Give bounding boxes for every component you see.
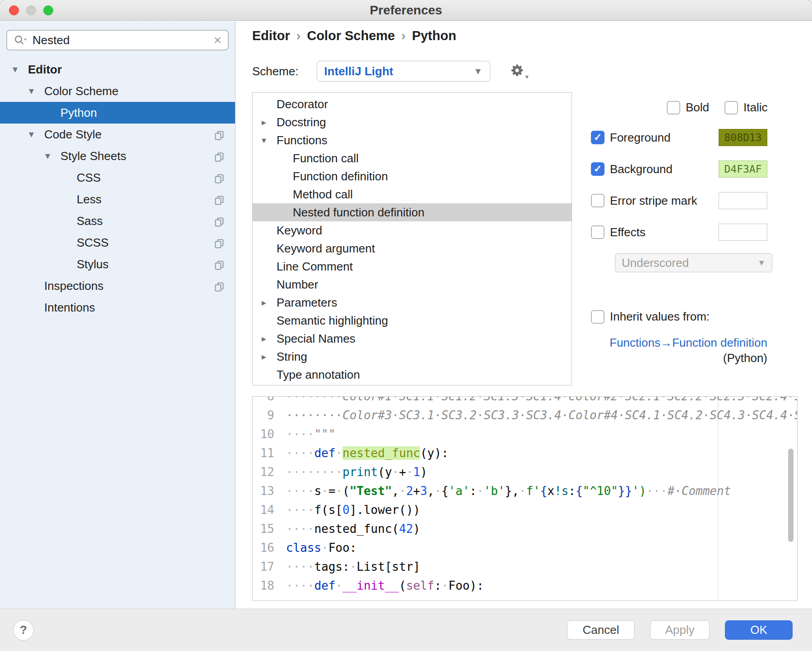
code-text: ········Color#1·SC1.1·SC1.2·SC1.3·SC1.4·… (274, 396, 798, 406)
line-number: 17 (253, 557, 274, 576)
attr-item-nested-function-definition[interactable]: Nested function definition (253, 203, 572, 221)
code-line: 12········print(y·+·1) (253, 463, 797, 481)
error-stripe-mark-label: Error stripe mark (610, 194, 697, 208)
sidebar-item-less[interactable]: Less (0, 188, 235, 210)
code-line: 15····nested_func(42) (253, 519, 797, 538)
attributes-list: Decorator▸Docstring▾FunctionsFunction ca… (252, 92, 572, 385)
zoom-window-icon[interactable] (43, 5, 53, 15)
bold-checkbox[interactable] (667, 101, 680, 115)
settings-search-field[interactable]: × (6, 30, 229, 50)
sidebar-item-style-sheets[interactable]: ▾Style Sheets (0, 145, 235, 167)
sidebar-item-stylus[interactable]: Stylus (0, 253, 235, 275)
effects-color-swatch[interactable] (719, 224, 767, 241)
sidebar-item-label: Less (77, 193, 102, 206)
code-text: ········Color#3·SC3.1·SC3.2·SC3.3·SC3.4·… (274, 406, 798, 425)
attr-item-label: Method call (293, 188, 353, 202)
italic-checkbox[interactable] (724, 101, 738, 115)
attr-item-line-comment[interactable]: Line Comment (253, 257, 572, 275)
sidebar-item-label: Style Sheets (60, 149, 126, 163)
attr-item-function-definition[interactable]: Function definition (253, 167, 572, 185)
background-checkbox[interactable]: ✓ (591, 162, 604, 176)
breadcrumb-color-scheme[interactable]: Color Scheme (307, 28, 395, 43)
chevron-down-icon[interactable]: ▾ (13, 64, 28, 75)
chevron-down-icon: ▾ (526, 73, 529, 80)
inherit-row: Inherit values from: (591, 310, 710, 324)
attr-item-label: Docstring (277, 115, 326, 129)
foreground-color-swatch[interactable]: 808D13 (719, 129, 767, 146)
chevron-right-icon[interactable]: ▸ (262, 117, 277, 128)
sidebar-item-inspections[interactable]: Inspections (0, 275, 235, 297)
chevron-down-icon[interactable]: ▾ (29, 85, 44, 97)
copy-settings-icon (215, 173, 224, 187)
minimize-window-icon (26, 5, 36, 15)
chevron-down-icon[interactable]: ▾ (45, 150, 60, 162)
breadcrumb-editor[interactable]: Editor (252, 28, 290, 43)
code-line: 16class·Foo: (253, 538, 797, 557)
attr-item-functions[interactable]: ▾Functions (253, 131, 572, 149)
attr-item-semantic-highlighting[interactable]: Semantic highlighting (253, 312, 572, 330)
copy-settings-icon (215, 281, 224, 295)
error-stripe-mark-color-swatch[interactable] (719, 192, 767, 209)
effect-style-dropdown[interactable]: Underscored ▼ (615, 253, 772, 272)
code-line: 8········Color#1·SC1.1·SC1.2·SC1.3·SC1.4… (253, 396, 797, 406)
breadcrumb-python: Python (412, 28, 456, 43)
attr-item-label: Keyword argument (277, 242, 375, 256)
attr-item-function-call[interactable]: Function call (253, 149, 572, 167)
sidebar-item-sass[interactable]: Sass (0, 210, 235, 232)
attr-item-string[interactable]: ▸String (253, 348, 572, 366)
ok-button[interactable]: OK (725, 620, 793, 640)
attr-item-number[interactable]: Number (253, 275, 572, 293)
breadcrumb-separator: › (296, 28, 301, 43)
chevron-right-icon[interactable]: ▸ (262, 351, 277, 362)
help-button[interactable]: ? (13, 620, 34, 641)
foreground-checkbox[interactable]: ✓ (591, 131, 604, 144)
cancel-button[interactable]: Cancel (567, 620, 635, 640)
scheme-dropdown[interactable]: IntelliJ Light ▼ (317, 61, 490, 82)
attr-item-docstring[interactable]: ▸Docstring (253, 113, 572, 131)
attr-item-type-annotation[interactable]: Type annotation (253, 366, 572, 384)
attr-item-parameters[interactable]: ▸Parameters (253, 293, 572, 312)
background-label: Background (610, 162, 673, 176)
line-number: 15 (253, 519, 274, 538)
search-input[interactable] (32, 33, 213, 48)
chevron-right-icon[interactable]: ▸ (262, 333, 277, 344)
preview-scrollbar[interactable] (788, 449, 794, 542)
attr-item-keyword[interactable]: Keyword (253, 221, 572, 239)
inherit-source-link[interactable]: Functions→Function definition (609, 336, 767, 350)
line-number: 10 (253, 425, 274, 444)
attr-item-keyword-argument[interactable]: Keyword argument (253, 239, 572, 257)
settings-sidebar: × ▾Editor▾Color SchemePython▾Code Style▾… (0, 21, 235, 609)
attr-item-decorator[interactable]: Decorator (253, 95, 572, 113)
close-window-icon[interactable] (9, 5, 19, 15)
sidebar-item-color-scheme[interactable]: ▾Color Scheme (0, 80, 235, 102)
sidebar-item-css[interactable]: CSS (0, 167, 235, 188)
chevron-down-icon[interactable]: ▾ (262, 135, 277, 146)
attr-item-method-call[interactable]: Method call (253, 185, 572, 203)
error-stripe-mark-checkbox[interactable] (591, 194, 604, 207)
scheme-actions-button[interactable]: ▾ (510, 63, 529, 79)
line-number: 12 (253, 463, 274, 481)
sidebar-item-scss[interactable]: SCSS (0, 232, 235, 253)
error-stripe-mark-row: Error stripe mark (591, 192, 798, 209)
chevron-down-icon[interactable]: ▾ (29, 128, 44, 140)
sidebar-item-code-style[interactable]: ▾Code Style (0, 124, 235, 145)
attr-item-label: Line Comment (277, 260, 353, 274)
traffic-lights (0, 0, 53, 21)
attr-item-special-names[interactable]: ▸Special Names (253, 330, 572, 348)
chevron-right-icon[interactable]: ▸ (262, 297, 277, 308)
sidebar-item-intentions[interactable]: Intentions (0, 297, 235, 318)
sidebar-item-label: Inspections (44, 279, 104, 293)
code-text: ····""" (274, 425, 336, 444)
apply-button[interactable]: Apply (650, 620, 710, 640)
effects-checkbox[interactable] (591, 225, 604, 239)
code-line: 9········Color#3·SC3.1·SC3.2·SC3.3·SC3.4… (253, 406, 797, 425)
background-color-swatch[interactable]: D4F3AF (719, 160, 767, 178)
clear-search-icon[interactable]: × (213, 33, 221, 47)
inherit-values-checkbox[interactable] (591, 310, 604, 324)
scheme-dropdown-value: IntelliJ Light (324, 64, 474, 78)
sidebar-item-editor[interactable]: ▾Editor (0, 59, 235, 80)
attribute-options-panel: Bold Italic ✓Foreground808D13✓Background… (582, 92, 798, 385)
sidebar-item-python[interactable]: Python (0, 102, 235, 124)
line-number: 18 (253, 576, 274, 595)
window-title: Preferences (0, 0, 812, 21)
